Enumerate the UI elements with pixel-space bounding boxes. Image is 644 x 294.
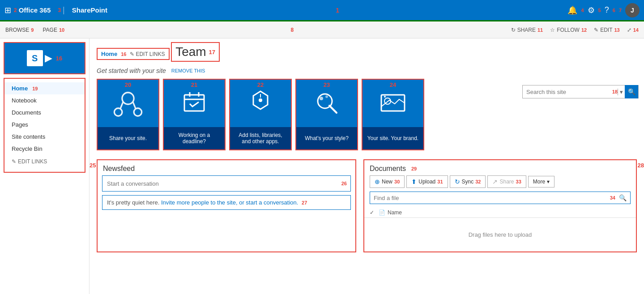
sidebar: S ▶ 16 Home 19 Notebook Documents Pages … — [0, 38, 90, 294]
edit-links-sidebar[interactable]: ✎ EDIT LINKS — [4, 155, 85, 168]
sidebar-item-documents[interactable]: Documents — [4, 107, 85, 119]
num4-badge: 4 — [581, 8, 584, 13]
page-title: Team — [175, 45, 206, 59]
search-input[interactable] — [523, 89, 612, 95]
find-file-num: 34 — [610, 195, 615, 200]
sidebar-item-site-contents[interactable]: Site contents — [4, 131, 85, 143]
svg-line-3 — [120, 102, 124, 109]
select-all-checkbox[interactable]: ✓ — [370, 209, 379, 216]
card-deadline[interactable]: 21 Working on a deadline? — [163, 79, 226, 150]
num3-badge: 3 — [58, 7, 61, 13]
sidebar-item-pages-label: Pages — [12, 121, 28, 128]
card-num-23: 23 — [324, 81, 330, 88]
new-btn-num: 30 — [394, 179, 400, 184]
browse-tab[interactable]: BROWSE 9 — [5, 27, 34, 33]
upload-icon: ⬆ — [411, 178, 417, 185]
sidebar-item-home-label: Home — [12, 85, 28, 92]
sidebar-item-recycle-bin[interactable]: Recycle Bin — [4, 143, 85, 155]
card-num-24: 24 — [390, 81, 396, 88]
sidebar-item-pages[interactable]: Pages — [4, 119, 85, 131]
brand-icon — [379, 89, 407, 117]
drag-drop-area: Drag files here to upload — [364, 218, 636, 251]
get-started-header: Get started with your site REMOVE THIS — [97, 67, 637, 74]
gear-icon[interactable]: ⚙ — [588, 5, 595, 15]
office365-link[interactable]: Office 365 — [19, 6, 51, 14]
sync-icon: ↻ — [455, 178, 460, 185]
card-brand[interactable]: 24 Your site. Your brand. — [362, 79, 424, 150]
svg-point-18 — [384, 96, 386, 98]
card-overlay: Share your site. — [98, 127, 158, 149]
search-button[interactable]: 🔍 — [625, 85, 638, 98]
search-container: 18 ▾ 🔍 — [522, 85, 639, 98]
ribbon-center-num: 8 — [73, 27, 511, 33]
sidebar-item-documents-label: Documents — [12, 109, 41, 116]
svg-point-1 — [114, 108, 122, 116]
focus-button[interactable]: ⤢ 14 — [627, 27, 639, 33]
nav-center-num: 1 — [107, 7, 568, 14]
new-button[interactable]: ⊕ New 30 — [370, 175, 405, 188]
top-navigation: ⊞ 2 Office 365 3 | SharePoint 1 🔔 4 ⚙ 5 … — [0, 0, 644, 21]
svg-point-10 — [259, 98, 262, 102]
card-brand-overlay: Your site. Your brand. — [363, 127, 423, 149]
logo-arrow-icon: ▶ — [45, 52, 52, 64]
bell-icon[interactable]: 🔔 — [567, 5, 577, 15]
card-style-overlay: What's your style? — [296, 127, 357, 149]
sync-button[interactable]: ↻ Sync 32 — [450, 175, 486, 188]
sidebar-item-notebook[interactable]: Notebook — [4, 94, 85, 107]
documents-title-num: 29 — [411, 166, 417, 171]
find-file-search-icon[interactable]: 🔍 — [615, 194, 630, 201]
edit-links-breadcrumb[interactable]: ✎ EDIT LINKS — [130, 51, 165, 57]
svg-rect-5 — [184, 95, 204, 111]
card-apps[interactable]: 22 Add lists, libraries, and other apps. — [229, 79, 292, 150]
site-logo[interactable]: S ▶ 16 — [4, 42, 85, 74]
find-file-input[interactable] — [370, 195, 610, 201]
sharepoint-label[interactable]: SharePoint — [72, 6, 107, 14]
card-num-20: 20 — [125, 81, 131, 88]
doc-search-bar: 34 🔍 — [370, 192, 631, 204]
documents-title: Documents — [370, 165, 406, 173]
card-share-text: Share your site. — [106, 135, 150, 141]
card-num-22: 22 — [257, 81, 264, 88]
logo-letter: S — [27, 50, 43, 66]
doc-toolbar: ⊕ New 30 ⬆ Upload 31 ↻ Sync 32 — [364, 175, 636, 192]
main-container: S ▶ 16 Home 19 Notebook Documents Pages … — [0, 38, 644, 294]
nav-divider: | — [63, 5, 65, 15]
newsfeed-input-num: 26 — [341, 181, 347, 186]
sidebar-item-home[interactable]: Home 19 — [4, 82, 85, 94]
page-tab[interactable]: PAGE 10 — [43, 27, 64, 33]
sidebar-home-num: 19 — [32, 86, 38, 91]
num6-badge: 6 — [613, 8, 615, 13]
newsfeed-input-area: 26 — [102, 175, 351, 192]
card-apps-text: Add lists, libraries, and other apps. — [230, 132, 291, 145]
logo-num-badge: 16 — [56, 55, 62, 62]
new-icon: ⊕ — [375, 178, 380, 185]
nav-right-actions: 🔔 4 ⚙ 5 ? 6 7 J — [567, 3, 640, 17]
remove-this-button[interactable]: REMOVE THIS — [171, 68, 205, 73]
more-button[interactable]: More ▾ — [528, 176, 554, 187]
card-share-site[interactable]: 20 Share your site. — [97, 79, 159, 150]
share-doc-button[interactable]: ↗ Share 33 — [487, 175, 526, 188]
sidebar-item-recycle-bin-label: Recycle Bin — [12, 145, 43, 152]
follow-button[interactable]: ☆ FOLLOW 12 — [550, 27, 587, 33]
waffle-icon[interactable]: ⊞ — [4, 5, 11, 15]
page-header: Home 16 ✎ EDIT LINKS Team 17 — [90, 38, 644, 67]
newsfeed-conversation-input[interactable] — [102, 180, 341, 187]
share-button[interactable]: ↻ SHARE 11 — [511, 27, 543, 33]
card-style[interactable]: 23 What's your style? — [295, 79, 358, 150]
upload-button[interactable]: ⬆ Upload 31 — [406, 175, 448, 188]
newsfeed-num-badge: 25 — [90, 162, 96, 169]
user-avatar[interactable]: J — [625, 3, 640, 17]
ribbon-right-actions: ↻ SHARE 11 ☆ FOLLOW 12 ✎ EDIT 13 ⤢ 14 — [511, 27, 639, 33]
style-icon — [312, 89, 341, 117]
help-icon[interactable]: ? — [605, 5, 609, 15]
svg-line-13 — [329, 106, 337, 113]
edit-button[interactable]: ✎ EDIT 13 — [594, 27, 620, 33]
upload-btn-num: 31 — [437, 179, 443, 184]
svg-point-2 — [134, 108, 142, 116]
newsfeed-invite-link[interactable]: Invite more people to the site, or start… — [161, 199, 298, 206]
sync-btn-num: 32 — [475, 179, 481, 184]
breadcrumb-home-link[interactable]: Home — [101, 51, 117, 57]
search-box: 18 ▾ 🔍 — [522, 85, 639, 98]
num7-badge: 7 — [619, 8, 622, 13]
search-dropdown[interactable]: ▾ — [618, 89, 625, 95]
